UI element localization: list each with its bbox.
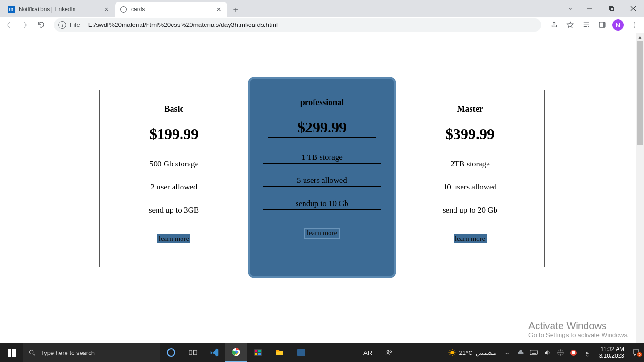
windows-logo-icon bbox=[8, 349, 16, 357]
window-close-button[interactable] bbox=[622, 0, 644, 17]
plan-feature: send up to 3GB bbox=[115, 204, 233, 216]
url-path: E:/swdf%20material/html%20css%20material… bbox=[88, 21, 278, 28]
app-cortana-icon[interactable] bbox=[160, 343, 182, 362]
plan-feature: send up to 20 Gb bbox=[411, 204, 529, 216]
windows-taskbar: Type here to search AR bbox=[0, 343, 644, 362]
site-info-icon[interactable]: i bbox=[58, 21, 66, 29]
window-maximize-button[interactable] bbox=[601, 0, 622, 17]
people-icon[interactable] bbox=[384, 343, 394, 362]
linkedin-icon: in bbox=[8, 6, 15, 13]
plan-card-master: Master $399.99 2TB storage 10 users allo… bbox=[396, 90, 544, 267]
app-taskview-icon[interactable] bbox=[182, 343, 204, 362]
kebab-menu-icon[interactable] bbox=[627, 18, 641, 32]
close-icon[interactable]: ✕ bbox=[215, 6, 223, 13]
sun-icon bbox=[448, 348, 456, 357]
taskbar-search[interactable]: Type here to search bbox=[23, 343, 160, 362]
touchkeyboard-icon[interactable] bbox=[529, 343, 539, 362]
svg-rect-6 bbox=[603, 22, 605, 27]
svg-point-8 bbox=[634, 24, 635, 25]
page-body: Basic $199.99 500 Gb storage 2 user allo… bbox=[0, 33, 644, 267]
learn-more-button[interactable]: learn more bbox=[304, 228, 340, 239]
tray-chevron-up-icon[interactable]: ︿ bbox=[503, 343, 512, 362]
back-button[interactable] bbox=[2, 18, 16, 32]
profile-avatar[interactable]: M bbox=[611, 18, 625, 32]
tab-linkedin[interactable]: in Notifications | LinkedIn ✕ bbox=[3, 2, 115, 17]
start-button[interactable] bbox=[0, 343, 23, 362]
plan-name: Master bbox=[407, 104, 533, 114]
tab-title: cards bbox=[131, 6, 211, 13]
forward-button[interactable] bbox=[18, 18, 32, 32]
vertical-scrollbar[interactable]: ▲ bbox=[636, 33, 644, 343]
page-viewport: Basic $199.99 500 Gb storage 2 user allo… bbox=[0, 33, 644, 343]
plan-card-professional: professional $299.99 1 TB storage 5 user… bbox=[248, 77, 396, 278]
action-center-icon[interactable]: 3 bbox=[631, 347, 641, 358]
scroll-up-icon[interactable]: ▲ bbox=[636, 33, 644, 41]
search-placeholder: Type here to search bbox=[41, 349, 95, 356]
svg-rect-14 bbox=[194, 350, 197, 355]
learn-more-button[interactable]: learn more bbox=[454, 234, 487, 243]
svg-line-33 bbox=[449, 354, 450, 355]
network-icon[interactable] bbox=[556, 343, 565, 362]
learn-more-button[interactable]: learn more bbox=[157, 234, 191, 243]
tray-clock[interactable]: 11:32 AM 3/10/2023 bbox=[596, 346, 627, 359]
sidepanel-icon[interactable] bbox=[595, 18, 609, 32]
plan-feature: 5 users allowed bbox=[263, 174, 381, 187]
bookmark-icon[interactable] bbox=[563, 18, 577, 32]
close-icon[interactable]: ✕ bbox=[103, 6, 110, 13]
svg-point-12 bbox=[167, 349, 175, 356]
svg-point-24 bbox=[387, 350, 389, 353]
svg-point-7 bbox=[634, 22, 635, 23]
share-icon[interactable] bbox=[547, 18, 561, 32]
input-language-icon[interactable]: ع bbox=[582, 343, 593, 362]
svg-rect-2 bbox=[611, 8, 614, 11]
weather-temp: 21°C bbox=[459, 349, 473, 356]
search-icon bbox=[28, 349, 36, 356]
pricing-cards: Basic $199.99 500 Gb storage 2 user allo… bbox=[99, 90, 545, 267]
svg-rect-19 bbox=[258, 350, 261, 352]
tab-title: Notifications | LinkedIn bbox=[19, 6, 99, 13]
tray-blocked-icon[interactable] bbox=[569, 343, 578, 362]
browser-toolbar: i File E:/swdf%20material/html%20css%20m… bbox=[0, 17, 644, 33]
tab-cards[interactable]: cards ✕ bbox=[115, 2, 227, 17]
onedrive-icon[interactable] bbox=[516, 343, 526, 362]
app-chrome-icon[interactable] bbox=[225, 343, 247, 362]
svg-line-11 bbox=[33, 354, 35, 355]
watermark-line1: Activate Windows bbox=[528, 320, 629, 331]
plan-feature: sendup to 10 Gb bbox=[263, 197, 381, 210]
system-tray: 21°C مشمس ︿ ع 11:32 AM 3/10/2023 3 bbox=[445, 343, 644, 362]
app-generic-icon[interactable] bbox=[247, 343, 269, 362]
svg-line-31 bbox=[449, 350, 450, 351]
plan-feature: 10 users allowed bbox=[411, 181, 529, 193]
weather-widget[interactable]: 21°C مشمس bbox=[448, 348, 496, 357]
tab-search-icon[interactable]: ⌄ bbox=[568, 4, 573, 11]
volume-icon[interactable] bbox=[543, 343, 552, 362]
plan-feature: 1 TB storage bbox=[263, 151, 381, 164]
plan-feature: 2 user allowed bbox=[115, 181, 233, 193]
plan-name: professional bbox=[261, 98, 383, 107]
address-bar[interactable]: i File E:/swdf%20material/html%20css%20m… bbox=[54, 18, 541, 32]
svg-rect-35 bbox=[530, 350, 538, 354]
svg-rect-21 bbox=[258, 353, 261, 355]
scrollbar-thumb[interactable] bbox=[637, 41, 643, 145]
activate-windows-watermark: Activate Windows Go to Settings to activ… bbox=[528, 320, 629, 338]
svg-rect-18 bbox=[255, 350, 257, 352]
svg-rect-13 bbox=[189, 350, 192, 355]
taskbar-language-indicator[interactable]: AR bbox=[360, 349, 376, 356]
svg-rect-22 bbox=[276, 350, 280, 352]
app-generic2-icon[interactable] bbox=[290, 343, 312, 362]
plan-feature: 500 Gb storage bbox=[115, 157, 233, 170]
app-vscode-icon[interactable] bbox=[204, 343, 225, 362]
app-file-explorer-icon[interactable] bbox=[269, 343, 290, 362]
taskbar-apps bbox=[160, 343, 312, 362]
tray-time: 11:32 AM bbox=[599, 346, 624, 353]
separator bbox=[84, 21, 84, 29]
window-minimize-button[interactable] bbox=[579, 0, 601, 17]
svg-rect-39 bbox=[572, 351, 575, 354]
reading-list-icon[interactable] bbox=[579, 18, 593, 32]
reload-button[interactable] bbox=[34, 18, 48, 32]
plan-name: Basic bbox=[111, 104, 237, 114]
tray-date: 3/10/2023 bbox=[599, 353, 624, 359]
svg-point-25 bbox=[390, 351, 392, 353]
new-tab-button[interactable]: ＋ bbox=[229, 3, 242, 16]
weather-text: مشمس bbox=[476, 349, 496, 356]
